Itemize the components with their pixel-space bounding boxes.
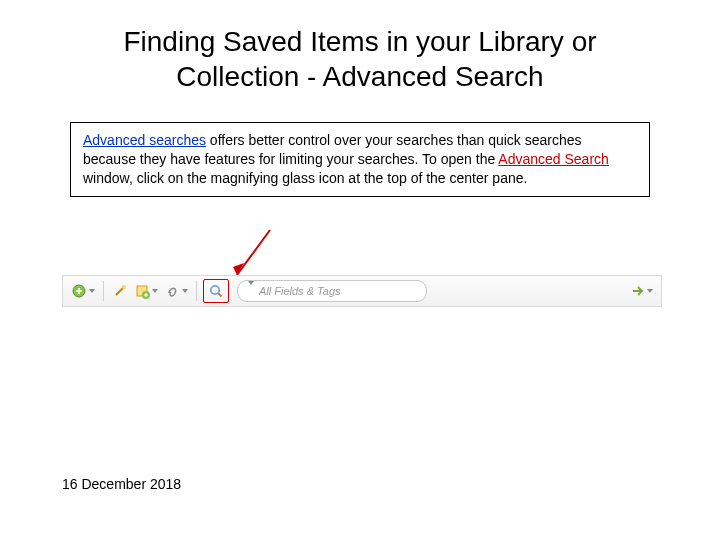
title-line-2: Collection - Advanced Search [176, 61, 543, 92]
svg-marker-1 [233, 263, 244, 275]
separator [103, 281, 104, 301]
search-mode-dropdown[interactable] [246, 285, 254, 297]
svg-line-8 [218, 293, 222, 297]
search-placeholder: All Fields & Tags [259, 285, 341, 297]
magnifying-glass-icon [208, 283, 224, 299]
svg-point-7 [211, 286, 219, 294]
advanced-search-button[interactable] [206, 279, 226, 303]
slide-date: 16 December 2018 [62, 476, 181, 492]
advanced-search-link[interactable]: Advanced Search [498, 151, 609, 167]
dropdown-caret-icon [182, 289, 188, 293]
dropdown-caret-icon [152, 289, 158, 293]
arrow-right-icon [631, 284, 645, 298]
dropdown-caret-icon [248, 281, 254, 297]
sync-arrow-button[interactable] [629, 279, 655, 303]
desc-text-2: window, click on the magnifying glass ic… [83, 170, 527, 186]
advanced-search-button-highlight [203, 279, 229, 303]
separator [196, 281, 197, 301]
svg-point-4 [122, 285, 126, 289]
svg-line-0 [237, 230, 270, 275]
dropdown-caret-icon [647, 289, 653, 293]
slide-title: Finding Saved Items in your Library or C… [0, 0, 720, 94]
attach-button[interactable] [162, 279, 190, 303]
dropdown-caret-icon [89, 289, 95, 293]
new-item-button[interactable] [132, 279, 160, 303]
new-collection-button[interactable] [69, 279, 97, 303]
title-line-1: Finding Saved Items in your Library or [123, 26, 596, 57]
advanced-searches-link[interactable]: Advanced searches [83, 132, 206, 148]
wand-button[interactable] [110, 279, 130, 303]
search-input[interactable]: All Fields & Tags [237, 280, 427, 302]
description-box: Advanced searches offers better control … [70, 122, 650, 197]
zotero-toolbar: All Fields & Tags [62, 275, 662, 307]
